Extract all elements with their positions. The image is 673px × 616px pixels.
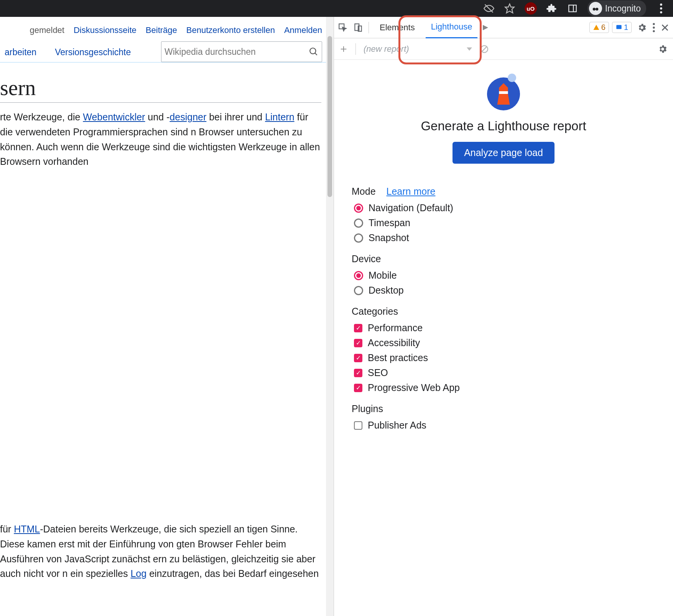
checkbox-icon xyxy=(354,324,362,332)
checkbox-icon xyxy=(354,421,362,430)
clear-icon[interactable] xyxy=(480,44,489,54)
link-html[interactable]: HTML xyxy=(14,524,40,534)
svg-point-4 xyxy=(592,8,595,10)
device-mobile[interactable]: Mobile xyxy=(354,270,655,281)
info-count: 1 xyxy=(624,23,628,32)
svg-marker-27 xyxy=(497,94,510,105)
svg-point-8 xyxy=(660,7,662,10)
scrollbar-thumb[interactable] xyxy=(327,36,332,197)
mode-navigation[interactable]: Navigation (Default) xyxy=(354,202,655,214)
cat-seo[interactable]: SEO xyxy=(354,367,655,378)
device-toggle-icon[interactable] xyxy=(353,23,363,33)
tab-lighthouse[interactable]: Lighthouse xyxy=(426,16,478,38)
text: bei ihrer und xyxy=(206,112,265,122)
kebab-menu-icon[interactable] xyxy=(655,3,667,14)
option-label: Progressive Web App xyxy=(368,382,460,393)
eye-off-icon[interactable] xyxy=(483,3,495,14)
mode-timespan[interactable]: Timespan xyxy=(354,217,655,228)
radio-icon xyxy=(354,286,363,295)
option-label: Mobile xyxy=(369,270,397,281)
svg-point-7 xyxy=(660,3,662,6)
cat-accessibility[interactable]: Accessibility xyxy=(354,337,655,348)
categories-label: Categories xyxy=(352,306,398,317)
wiki-user-links: gemeldet Diskussionsseite Beiträge Benut… xyxy=(0,17,326,41)
info-badge[interactable]: 1 xyxy=(612,22,632,33)
mode-header: Mode Learn more xyxy=(352,186,655,197)
wiki-search[interactable] xyxy=(161,41,322,62)
learn-more-link[interactable]: Learn more xyxy=(387,186,436,197)
new-report-label[interactable]: (new report) xyxy=(364,44,409,54)
plugin-publisher-ads[interactable]: Publisher Ads xyxy=(354,420,655,431)
device-desktop[interactable]: Desktop xyxy=(354,285,655,296)
wiki-tab-history[interactable]: Versionsgeschichte xyxy=(50,42,135,62)
option-label: Best practices xyxy=(368,352,428,363)
wiki-tab-edit[interactable]: arbeiten xyxy=(0,42,41,62)
close-icon[interactable] xyxy=(661,23,669,32)
wiki-link-login[interactable]: Anmelden xyxy=(284,25,322,35)
warnings-badge[interactable]: 6 xyxy=(589,22,609,33)
device-header: Device xyxy=(352,253,655,264)
svg-point-16 xyxy=(653,23,655,25)
search-icon[interactable] xyxy=(309,47,319,57)
radio-icon xyxy=(354,271,363,280)
svg-rect-2 xyxy=(569,5,576,11)
wiki-link-talk[interactable]: Diskussionsseite xyxy=(74,25,137,35)
svg-point-5 xyxy=(596,8,598,10)
tab-elements[interactable]: Elements xyxy=(374,17,420,38)
lighthouse-panel: Generate a Lighthouse report Analyze pag… xyxy=(334,60,673,616)
kebab-icon[interactable] xyxy=(652,23,655,32)
divider xyxy=(355,43,356,55)
gear-icon[interactable] xyxy=(658,44,668,54)
link-lintern[interactable]: Lintern xyxy=(265,112,294,122)
text: einzutragen, das bei Bedarf eingesehen xyxy=(146,568,319,579)
option-label: Navigation (Default) xyxy=(369,202,453,214)
star-icon[interactable] xyxy=(504,3,515,14)
link-log[interactable]: Log xyxy=(130,568,146,579)
extensions-icon[interactable] xyxy=(546,3,558,14)
radio-icon xyxy=(354,233,363,243)
page-title: sern xyxy=(0,62,321,103)
svg-rect-26 xyxy=(499,91,508,94)
page-content: gemeldet Diskussionsseite Beiträge Benut… xyxy=(0,17,326,616)
analyze-button[interactable]: Analyze page load xyxy=(453,142,555,164)
device-options: Mobile Desktop xyxy=(354,270,655,296)
search-input[interactable] xyxy=(165,47,309,57)
radio-icon xyxy=(354,204,363,213)
incognito-indicator[interactable]: Incognito xyxy=(587,0,646,16)
svg-marker-25 xyxy=(499,83,508,91)
mode-snapshot[interactable]: Snapshot xyxy=(354,232,655,243)
svg-line-24 xyxy=(482,46,487,52)
cat-pwa[interactable]: Progressive Web App xyxy=(354,382,655,393)
text: für xyxy=(0,524,14,534)
option-label: Snapshot xyxy=(369,232,409,243)
gear-icon[interactable] xyxy=(637,23,647,33)
mode-options: Navigation (Default) Timespan Snapshot xyxy=(354,202,655,243)
plugins-label: Plugins xyxy=(352,403,383,414)
svg-point-18 xyxy=(653,30,655,32)
link-designer[interactable]: designer xyxy=(169,112,206,122)
plugins-options: Publisher Ads xyxy=(354,420,655,431)
wiki-link-contribs[interactable]: Beiträge xyxy=(146,25,177,35)
dropdown-caret-icon[interactable] xyxy=(467,47,472,51)
checkbox-icon xyxy=(354,339,362,347)
text: und - xyxy=(145,112,169,122)
page-scrollbar[interactable] xyxy=(326,17,334,616)
svg-marker-1 xyxy=(505,4,514,13)
link-webentwickler[interactable]: Webentwickler xyxy=(83,112,145,122)
svg-rect-15 xyxy=(616,25,622,29)
more-tabs-icon[interactable] xyxy=(483,25,488,30)
warnings-count: 6 xyxy=(601,23,606,32)
wiki-link-createacct[interactable]: Benutzerkonto erstellen xyxy=(186,25,275,35)
categories-options: Performance Accessibility Best practices… xyxy=(354,322,655,393)
divider xyxy=(369,22,369,33)
inspect-icon[interactable] xyxy=(338,23,348,33)
panel-icon[interactable] xyxy=(567,3,578,14)
cat-performance[interactable]: Performance xyxy=(354,322,655,333)
svg-point-17 xyxy=(653,26,655,28)
plus-icon[interactable] xyxy=(339,45,348,53)
ublock-label: uO xyxy=(527,5,535,12)
cat-bestpractices[interactable]: Best practices xyxy=(354,352,655,363)
ublock-extension-icon[interactable]: uO xyxy=(525,2,537,15)
option-label: Desktop xyxy=(369,285,404,296)
option-label: Performance xyxy=(368,322,423,333)
